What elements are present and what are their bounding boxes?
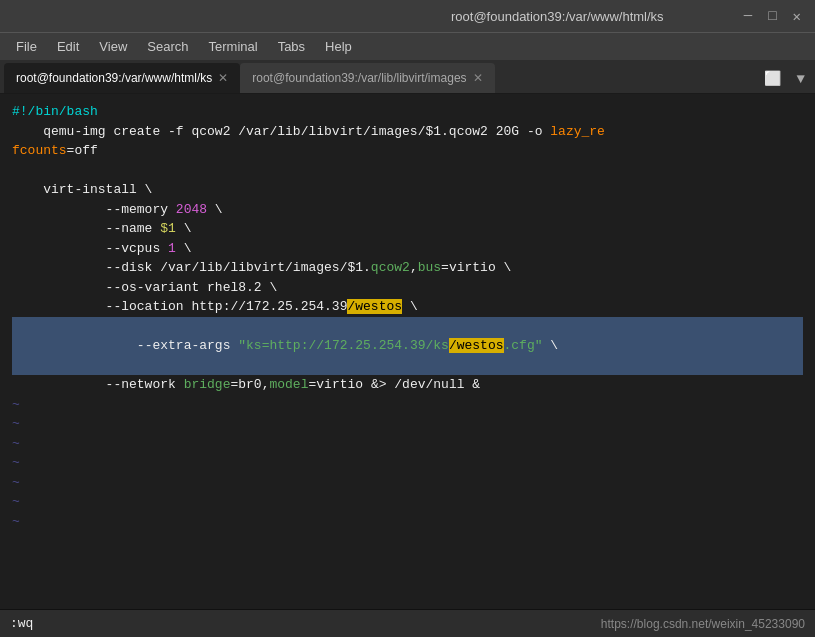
tilde-5: ~ (12, 473, 803, 493)
line-fcounts: fcounts=off (12, 141, 803, 161)
menu-view[interactable]: View (91, 37, 135, 56)
window-controls[interactable]: ─ □ ✕ (740, 8, 805, 25)
menu-search[interactable]: Search (139, 37, 196, 56)
menu-tabs[interactable]: Tabs (270, 37, 313, 56)
tilde-1: ~ (12, 395, 803, 415)
window-title: root@foundation39:/var/www/html/ks (375, 9, 740, 24)
tab-actions[interactable]: ⬜ ▼ (758, 68, 811, 93)
tab-1-label: root@foundation39:/var/www/html/ks (16, 71, 212, 85)
tab-bar: root@foundation39:/var/www/html/ks ✕ roo… (0, 60, 815, 94)
tab-1-close[interactable]: ✕ (218, 71, 228, 85)
line-name: --name $1 \ (12, 219, 803, 239)
minimize-button[interactable]: ─ (740, 8, 756, 25)
search-highlight-westos: /westos (347, 299, 402, 314)
menu-edit[interactable]: Edit (49, 37, 87, 56)
tilde-4: ~ (12, 453, 803, 473)
vim-command: :wq (10, 616, 33, 631)
menu-terminal[interactable]: Terminal (201, 37, 266, 56)
line-memory: --memory 2048 \ (12, 200, 803, 220)
line-network: --network bridge=br0,model=virtio &> /de… (12, 375, 803, 395)
title-bar: root@foundation39:/var/www/html/ks ─ □ ✕ (0, 0, 815, 32)
menu-help[interactable]: Help (317, 37, 360, 56)
tilde-3: ~ (12, 434, 803, 454)
line-extra-args: --extra-args "ks=http://172.25.254.39/ks… (12, 317, 803, 376)
terminal-content: #!/bin/bash qemu-img create -f qcow2 /va… (0, 94, 815, 609)
tab-2-close[interactable]: ✕ (473, 71, 483, 85)
menu-file[interactable]: File (8, 37, 45, 56)
menu-bar: File Edit View Search Terminal Tabs Help (0, 32, 815, 60)
line-qemu: qemu-img create -f qcow2 /var/lib/libvir… (12, 122, 803, 142)
maximize-button[interactable]: □ (764, 8, 780, 25)
tab-2[interactable]: root@foundation39:/var/lib/libvirt/image… (240, 63, 494, 93)
search-highlight-westos2: /westos (449, 338, 504, 353)
tilde-7: ~ (12, 512, 803, 532)
line-disk: --disk /var/lib/libvirt/images/$1.qcow2,… (12, 258, 803, 278)
line-os: --os-variant rhel8.2 \ (12, 278, 803, 298)
tab-2-label: root@foundation39:/var/lib/libvirt/image… (252, 71, 466, 85)
line-blank (12, 161, 803, 181)
status-url: https://blog.csdn.net/weixin_45233090 (601, 617, 805, 631)
new-tab-button[interactable]: ⬜ (758, 68, 787, 89)
tab-menu-button[interactable]: ▼ (791, 69, 811, 89)
status-bar: :wq https://blog.csdn.net/weixin_4523309… (0, 609, 815, 637)
tilde-6: ~ (12, 492, 803, 512)
line-location: --location http://172.25.254.39/westos \ (12, 297, 803, 317)
line-virt: virt-install \ (12, 180, 803, 200)
tab-1[interactable]: root@foundation39:/var/www/html/ks ✕ (4, 63, 240, 93)
tilde-2: ~ (12, 414, 803, 434)
line-shebang: #!/bin/bash (12, 102, 803, 122)
close-button[interactable]: ✕ (789, 8, 805, 25)
line-vcpus: --vcpus 1 \ (12, 239, 803, 259)
